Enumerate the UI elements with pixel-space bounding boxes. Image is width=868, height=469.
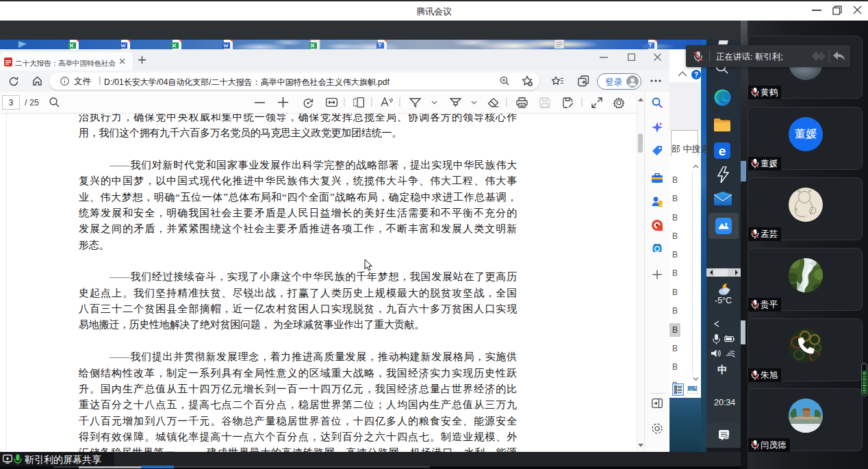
svg-text:e: e bbox=[719, 144, 726, 158]
svg-text:?: ? bbox=[694, 71, 698, 79]
